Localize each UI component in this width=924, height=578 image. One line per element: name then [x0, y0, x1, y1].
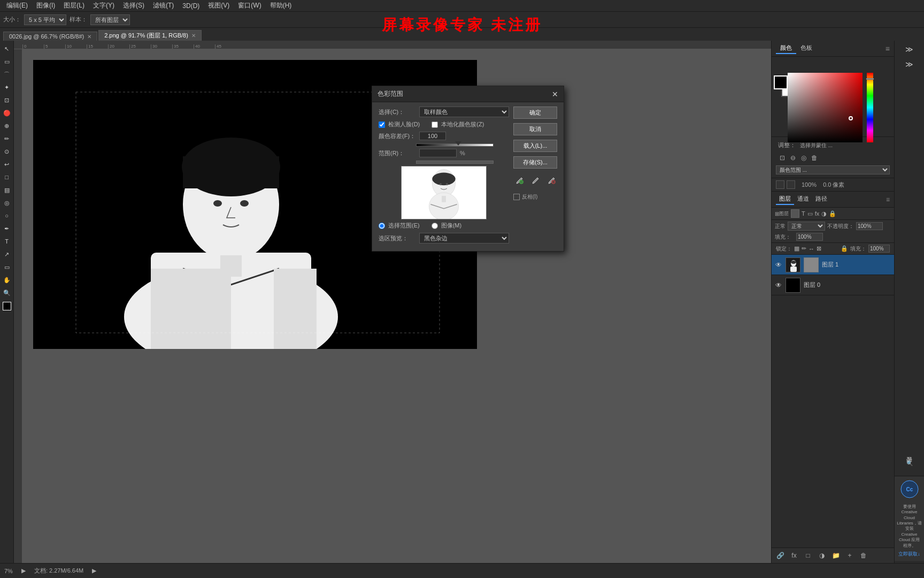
- menu-filter[interactable]: 滤镜(T): [149, 0, 178, 11]
- cancel-btn[interactable]: 取消: [513, 123, 557, 135]
- tab-layers[interactable]: 图层: [776, 194, 794, 205]
- layer-fx-btn[interactable]: fx: [789, 550, 799, 561]
- thumb-grid-icon[interactable]: [787, 180, 795, 189]
- menu-layer[interactable]: 图层(L): [59, 0, 89, 11]
- tool-brush[interactable]: ✏: [1, 133, 13, 144]
- layer-group-btn[interactable]: 📁: [830, 550, 841, 561]
- tool-zoom[interactable]: 🔍: [1, 287, 13, 299]
- tab-channels[interactable]: 通道: [794, 194, 812, 205]
- status-arrow[interactable]: ▶: [21, 567, 26, 574]
- fuzziness-slider-track[interactable]: [416, 143, 494, 147]
- opacity-input[interactable]: [856, 222, 883, 230]
- selection-preview-select[interactable]: 黑色杂边 白色杂边 快速蒙版 无: [419, 233, 509, 244]
- tool-lasso[interactable]: ⌒: [1, 69, 13, 80]
- range-input[interactable]: [419, 149, 457, 157]
- ok-btn[interactable]: 确定: [513, 107, 557, 119]
- adj-trash-icon[interactable]: 🗑: [810, 154, 819, 162]
- tab-0-close[interactable]: ✕: [87, 34, 91, 40]
- search-stock-btn[interactable]: 🔍: [905, 459, 914, 467]
- fg-color-swatch[interactable]: [774, 75, 788, 89]
- menu-type[interactable]: 文字(Y): [89, 0, 119, 11]
- lock-artboard-icon[interactable]: ⊠: [817, 245, 821, 252]
- range-slider[interactable]: [416, 161, 494, 164]
- dialog-close-btn[interactable]: ✕: [552, 90, 558, 98]
- tool-marquee[interactable]: ▭: [1, 56, 13, 67]
- tool-clone[interactable]: ⊙: [1, 146, 13, 157]
- layer-delete-btn[interactable]: 🗑: [858, 550, 869, 561]
- layer-tool-shape[interactable]: ▭: [807, 210, 813, 217]
- tool-blur[interactable]: ◎: [1, 197, 13, 209]
- lock-move-icon[interactable]: ↔: [808, 246, 814, 252]
- eyedropper-add-icon[interactable]: [513, 175, 525, 187]
- menu-image[interactable]: 图像(I): [32, 0, 59, 11]
- layers-panel-options[interactable]: ≡: [886, 196, 890, 203]
- color-panel-options[interactable]: ≡: [886, 44, 890, 53]
- lock-pixels-icon[interactable]: ✏: [802, 245, 806, 252]
- layer-tool-t[interactable]: T: [802, 210, 805, 217]
- layer-tool-lock[interactable]: 🔒: [829, 210, 836, 217]
- layer-link-btn[interactable]: 🔗: [775, 550, 786, 561]
- tool-gradient[interactable]: ▤: [1, 184, 13, 196]
- fill-input-2[interactable]: [868, 245, 890, 253]
- menu-help[interactable]: 帮助(H): [266, 0, 296, 11]
- menu-view[interactable]: 视图(V): [204, 0, 234, 11]
- tab-1-close[interactable]: ✕: [191, 33, 196, 39]
- radio-selection[interactable]: [379, 223, 385, 229]
- fill-input[interactable]: [796, 233, 823, 241]
- tool-crop[interactable]: ⊡: [1, 94, 13, 106]
- layer-tool-fx[interactable]: fx: [815, 210, 820, 217]
- menu-select[interactable]: 选择(S): [119, 0, 149, 11]
- color-hue-bar[interactable]: [867, 73, 873, 142]
- adj-mask-icon[interactable]: ⊖: [789, 154, 797, 162]
- fuzziness-input[interactable]: [419, 132, 446, 140]
- size-select[interactable]: 5 x 5 平均 取样点 3 x 3 平均: [24, 14, 66, 25]
- learn-btn[interactable]: 学习: [903, 451, 915, 455]
- tab-swatches[interactable]: 色板: [796, 43, 817, 54]
- tool-type[interactable]: T: [1, 235, 13, 247]
- tool-path[interactable]: ↗: [1, 248, 13, 260]
- tab-paths[interactable]: 路径: [812, 194, 830, 205]
- collapse-btn-2[interactable]: ≫: [903, 58, 915, 71]
- tab-1[interactable]: 2.png @ 91.7% (图层 1, RGB/8) ✕: [98, 30, 202, 41]
- thumb-square-icon[interactable]: [776, 180, 784, 189]
- lock-all-icon[interactable]: 🔒: [841, 245, 848, 252]
- adj-dropdown[interactable]: 颜色范围 ...: [776, 165, 890, 174]
- load-btn[interactable]: 载入(L)...: [513, 140, 557, 152]
- tab-0[interactable]: 0026.jpg @ 66.7% (RGB/8#) ✕: [3, 32, 97, 41]
- cc-get-btn[interactable]: 立即获取↓: [897, 551, 922, 558]
- layer-0-visibility[interactable]: 👁: [775, 282, 782, 289]
- layer-item-0[interactable]: 👁 图层 0: [772, 275, 894, 295]
- tool-hand[interactable]: ✋: [1, 274, 13, 286]
- tool-dodge[interactable]: ○: [1, 210, 13, 222]
- layer-tool-adj[interactable]: ◑: [821, 210, 827, 217]
- tool-history[interactable]: ↩: [1, 158, 13, 170]
- radio-image[interactable]: [432, 223, 438, 229]
- tool-magic-wand[interactable]: ✦: [1, 81, 13, 93]
- tool-heal[interactable]: ⊕: [1, 120, 13, 132]
- adj-selection-icon[interactable]: ⊡: [778, 154, 787, 162]
- tool-eraser[interactable]: □: [1, 171, 13, 183]
- layer-adj-btn[interactable]: ◑: [817, 550, 827, 561]
- tab-color[interactable]: 颜色: [776, 43, 796, 54]
- eyedropper-icon[interactable]: [529, 175, 541, 187]
- detect-faces-checkbox[interactable]: [379, 121, 385, 128]
- blend-mode-select[interactable]: 正常 溶解 变暗 正片叠底: [788, 222, 825, 231]
- adj-eye-icon[interactable]: ◎: [799, 154, 808, 162]
- sample-select[interactable]: 所有图层 当前图层: [90, 14, 130, 25]
- layer-type-filter[interactable]: ⊞ 图层: [775, 210, 789, 217]
- dialog-titlebar[interactable]: 色彩范围 ✕: [372, 86, 564, 102]
- menu-window[interactable]: 窗口(W): [234, 0, 265, 11]
- tool-shape[interactable]: ▭: [1, 261, 13, 273]
- layer-item-1[interactable]: 👁 图层 1: [772, 255, 894, 275]
- save-btn[interactable]: 存储(S)...: [513, 156, 557, 169]
- menu-3d[interactable]: 3D(D): [178, 1, 204, 11]
- eyedropper-minus-icon[interactable]: [545, 175, 557, 187]
- lock-transparent-icon[interactable]: ▦: [794, 245, 799, 252]
- layer-mask-btn[interactable]: □: [803, 550, 813, 561]
- color-gradient[interactable]: [788, 73, 863, 142]
- select-dropdown[interactable]: 取样颜色 红色 黄色 绿色: [419, 107, 509, 117]
- status-arrow-2[interactable]: ▶: [92, 567, 96, 574]
- layer-1-visibility[interactable]: 👁: [775, 261, 782, 269]
- tool-eyedropper[interactable]: 🔴: [1, 107, 13, 119]
- layer-new-btn[interactable]: +: [844, 550, 855, 561]
